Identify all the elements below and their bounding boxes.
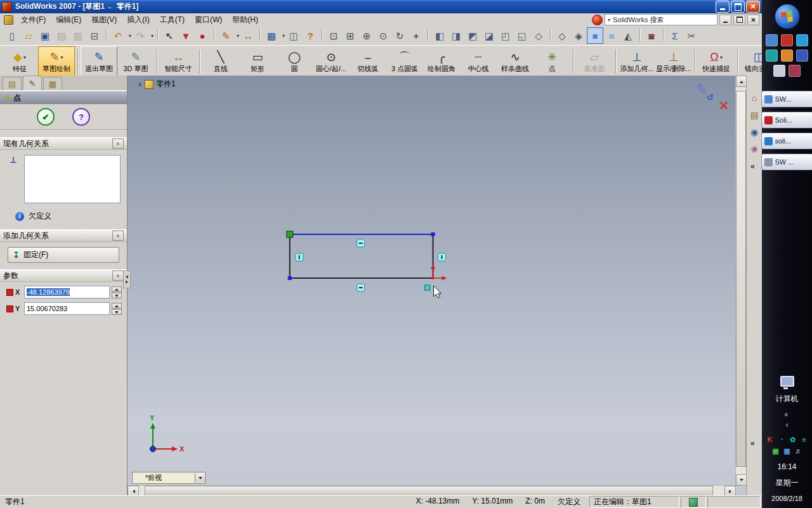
line-tool-button[interactable]: ╲ 直线 [202,46,239,77]
relations-list[interactable] [24,155,121,203]
wireframe-button[interactable]: ◇ [554,27,570,44]
expand-chevron-icon-2[interactable]: ‹ [786,420,789,429]
quick-launch-icon[interactable] [773,65,785,77]
fillet-tool-button[interactable]: ╭ 绘制圆角 [423,46,460,77]
sketch-origin[interactable] [431,264,447,281]
scrollbar-thumb[interactable] [736,91,746,467]
vertical-constraint-badge[interactable] [438,253,446,261]
hidden-lines-button[interactable]: ◈ [570,27,587,44]
add-relations-group-header[interactable]: 添加几何关系 [0,229,127,242]
scroll-left-button[interactable] [128,486,139,496]
graphics-area[interactable]: Y X 零件1 ✎ ↺ ✕ *前视 [128,76,762,496]
shaded-edges-button[interactable]: ■ [587,27,603,44]
collapse-panel-button[interactable]: « [750,162,755,171]
design-library-icon[interactable]: ▤ [750,110,758,119]
quick-launch-icon[interactable] [766,34,778,46]
print-button[interactable]: ⊟ [86,27,103,44]
combo-dropdown-button[interactable] [195,473,205,483]
centerpoint-arc-tool-button[interactable]: ⊙ 圆心/起/... [313,46,350,77]
pan-button[interactable]: + [408,27,424,44]
centerline-tool-button[interactable]: ┄ 中心线 [460,46,497,77]
y-coordinate-input[interactable]: 15.00670283 [24,302,110,315]
exit-sketch-button[interactable]: ✎ 退出草图 [81,46,117,77]
horizontal-constraint-badge[interactable] [357,239,365,247]
section-view-button[interactable]: ◭ [620,27,636,44]
x-coordinate-input[interactable]: -48.12863979 [24,286,110,298]
cancel-sketch-icon[interactable]: ✕ [719,98,729,113]
equations-button[interactable]: Σ [667,27,683,44]
zoom-fit-button[interactable]: ⊡ [325,27,342,44]
help-button[interactable]: ? [72,108,90,126]
appearances-icon[interactable]: ❀ [750,145,758,154]
spline-tool-button[interactable]: ∿ 样条曲线 [497,46,534,77]
tangent-arc-tool-button[interactable]: ⌣ 切线弧 [350,46,386,77]
rectangle-tool-button[interactable]: ▭ 矩形 [239,46,276,77]
taskbar-window-button[interactable]: SW... [761,91,812,107]
view-settings-button[interactable]: ▦ [263,27,285,44]
titlebar[interactable]: SolidWorks 2007 - [草图1 ← 零件1] ✕ [0,0,762,13]
quick-launch-icon[interactable] [766,50,778,62]
scrollbar-track[interactable] [736,87,747,474]
menu-insert[interactable]: 插入(I) [122,13,154,27]
tray-icon[interactable]: e [800,435,809,444]
tray-icon[interactable]: ♬ [794,446,803,455]
vertical-scrollbar[interactable] [735,76,747,486]
scrollbar-thumb[interactable] [145,486,712,496]
zoom-area-button[interactable]: ⊞ [342,27,358,44]
redo-button[interactable]: ↷ [132,27,154,44]
vertex-point[interactable] [288,276,292,280]
scroll-right-button[interactable] [724,486,736,496]
view-right-button[interactable]: ◪ [481,27,497,44]
add-relation-button[interactable]: ⊥ 添加几何... [619,46,655,77]
resources-home-icon[interactable]: ⌂ [752,93,757,102]
y-spinner[interactable] [112,303,122,315]
view-front-button[interactable]: ◧ [431,27,448,44]
feature-tree-flyout[interactable]: 零件1 [139,79,176,90]
quick-launch-icon[interactable] [789,65,801,77]
select-button[interactable]: ↖ [161,27,178,44]
view-orientation-selector[interactable]: *前视 [132,472,206,484]
vertical-constraint-badge[interactable] [296,253,303,261]
taskbar-window-button[interactable]: soli... [761,133,812,149]
mdi-minimize-button[interactable] [719,15,731,25]
chevron-down-icon[interactable]: ▾ [608,17,610,23]
quick-launch-icon[interactable] [796,50,808,62]
view-left-button[interactable]: ◩ [464,27,481,44]
ok-button[interactable]: ✔ [37,108,55,126]
trim-entities-button[interactable]: ✂ [683,27,700,44]
help-button[interactable]: ? [302,27,318,44]
search-input[interactable]: ▾ SolidWorks 搜索 [605,14,717,25]
restore-button[interactable] [731,1,745,13]
make-drawing-button[interactable]: ▤ [53,27,70,44]
mdi-restore-button[interactable] [733,15,745,25]
display-relations-button[interactable]: ⊥ 显示/删除... [655,46,692,77]
collapse-chevron-icon[interactable] [112,271,124,281]
view-top-button[interactable]: ◰ [497,27,514,44]
realview-button[interactable]: ◙ [643,27,660,44]
plane-tool-button[interactable]: ▱ 基准面 [576,46,613,77]
sketch-draw-button[interactable]: ✎ 草图绘制 [38,46,75,77]
smart-dimension-button[interactable]: ↔ [240,27,256,44]
menu-edit[interactable]: 编辑(E) [51,13,86,27]
computer-shortcut[interactable]: 计算机 [776,376,799,404]
collapse-chevron-icon[interactable] [112,138,124,149]
tray-icon[interactable]: ◔ [777,435,786,444]
vertex-point[interactable] [431,232,435,236]
tray-icon[interactable]: K [766,435,775,444]
menu-file[interactable]: 文件(F) [16,13,51,27]
panel-splitter-handle[interactable] [123,271,131,288]
quick-snaps-button[interactable]: Ω 快速捕捉 [698,46,735,77]
sketch-canvas[interactable]: Y X [128,76,762,496]
taskbar-window-button[interactable]: SW ... [761,154,812,170]
horizontal-constraint-badge[interactable] [357,284,365,291]
existing-relations-group-header[interactable]: 现有几何关系 [0,137,127,150]
featuremanager-tab[interactable]: ▤ [3,77,22,90]
flyout-arrow-icon[interactable] [139,82,142,87]
quick-launch-icon[interactable] [781,34,793,46]
new-document-button[interactable]: ▯ [4,27,20,44]
view-bottom-button[interactable]: ◱ [514,27,530,44]
propertymanager-tab[interactable]: ✎ [23,76,42,90]
quick-launch-icon[interactable] [796,34,808,46]
selected-point[interactable] [287,231,293,237]
three-point-arc-tool-button[interactable]: ⌒ 3 点圆弧 [386,46,423,77]
